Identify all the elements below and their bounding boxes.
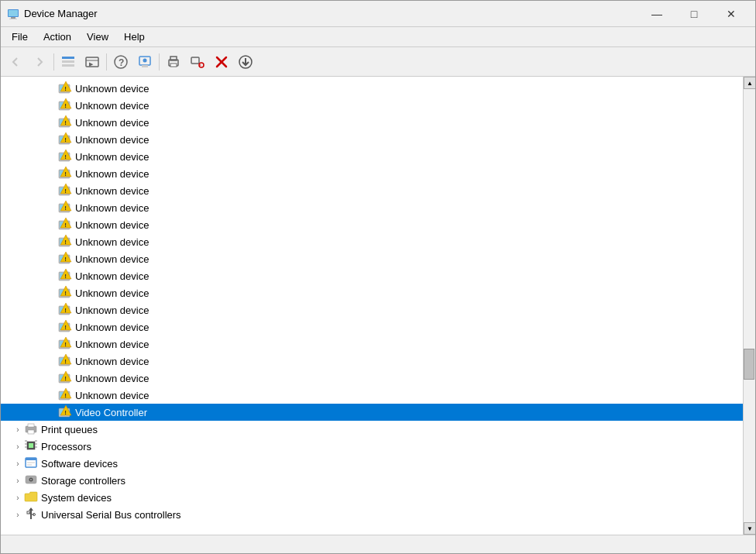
back-icon: [8, 54, 23, 70]
update-driver-button[interactable]: ▶: [81, 50, 104, 74]
tree-item[interactable]: !Unknown device: [1, 97, 743, 114]
forward-icon: [32, 54, 47, 70]
properties-button[interactable]: [57, 50, 80, 74]
warning-device-icon: !: [58, 319, 72, 333]
svg-text:?: ?: [119, 57, 124, 68]
unknown-device-label: Unknown device: [75, 83, 149, 95]
category-item-system-devices[interactable]: ›System devices: [1, 489, 743, 506]
tree-item[interactable]: !Unknown device: [1, 114, 743, 131]
back-button[interactable]: [4, 50, 27, 74]
tree-item[interactable]: !Unknown device: [1, 335, 743, 353]
tree-item[interactable]: !Unknown device: [1, 250, 743, 267]
scan-button[interactable]: [186, 50, 209, 74]
system-icon: [24, 490, 38, 504]
minimize-button[interactable]: —: [639, 5, 675, 23]
unknown-device-label: Unknown device: [75, 305, 149, 316]
unknown-device-label: Unknown device: [75, 390, 149, 401]
svg-rect-16: [170, 57, 177, 60]
tree-item[interactable]: !Unknown device: [1, 370, 743, 387]
tree-item[interactable]: !Unknown device: [1, 199, 743, 216]
unknown-device-label: Unknown device: [75, 236, 149, 248]
category-label: System devices: [41, 492, 112, 504]
category-item-processors[interactable]: ›Processors: [1, 438, 743, 455]
download-button[interactable]: [234, 50, 257, 74]
svg-text:!: !: [64, 374, 67, 381]
tree-item[interactable]: !Unknown device: [1, 165, 743, 182]
warning-device-icon: !: [58, 370, 72, 384]
svg-text:!: !: [64, 408, 67, 415]
svg-text:!: !: [64, 391, 67, 398]
tree-item[interactable]: !Unknown device: [1, 284, 743, 301]
tree-item[interactable]: !Unknown device: [1, 301, 743, 318]
download-icon: [238, 54, 253, 70]
unknown-device-label: Unknown device: [75, 253, 149, 265]
category-item-storage-controllers[interactable]: ›Storage controllers: [1, 472, 743, 489]
tree-item[interactable]: !Unknown device: [1, 267, 743, 284]
expand-arrow: ›: [12, 423, 24, 435]
category-label: Software devices: [41, 458, 118, 470]
svg-text:!: !: [64, 357, 67, 364]
warning-device-icon: !: [58, 234, 72, 248]
menu-action[interactable]: Action: [36, 29, 79, 44]
svg-text:!: !: [64, 187, 67, 194]
app-icon: [7, 8, 19, 20]
scan-icon: [190, 54, 205, 70]
category-label: Universal Serial Bus controllers: [41, 509, 181, 521]
category-item-print-queues[interactable]: ›Print queues: [1, 421, 743, 438]
category-label: Print queues: [41, 424, 98, 435]
svg-point-13: [143, 58, 147, 62]
content-area: !Unknown device!Unknown device!Unknown d…: [1, 77, 755, 535]
svg-text:!: !: [64, 136, 67, 143]
menu-help[interactable]: Help: [116, 29, 153, 44]
menu-bar: File Action View Help: [1, 27, 755, 47]
print-button[interactable]: [162, 50, 185, 74]
expand-arrow: ›: [12, 457, 24, 470]
help-button[interactable]: ?: [109, 50, 132, 74]
unknown-device-label: Unknown device: [75, 185, 149, 197]
category-item-usb-controllers[interactable]: ›Universal Serial Bus controllers: [1, 506, 743, 523]
category-label: Storage controllers: [41, 475, 125, 487]
unknown-device-label: Unknown device: [75, 219, 149, 231]
svg-text:!: !: [64, 170, 67, 177]
svg-marker-124: [29, 508, 33, 511]
close-button[interactable]: ✕: [713, 5, 749, 23]
tree-item[interactable]: !Unknown device: [1, 233, 743, 250]
warning-device-icon: !: [58, 302, 72, 316]
svg-text:!: !: [64, 340, 67, 347]
forward-button[interactable]: [28, 50, 51, 74]
tree-item[interactable]: !Unknown device: [1, 387, 743, 404]
tree-item[interactable]: !Unknown device: [1, 131, 743, 148]
warning-device-icon: !: [58, 387, 72, 401]
category-item-software-devices[interactable]: ›Software devices: [1, 455, 743, 472]
expand-arrow: ›: [12, 508, 24, 521]
svg-text:!: !: [64, 238, 67, 245]
menu-view[interactable]: View: [79, 29, 116, 44]
tree-item[interactable]: !Unknown device: [1, 353, 743, 370]
device-manager-window: Device Manager — □ ✕ File Action View He…: [0, 0, 756, 554]
warning-device-icon: !: [58, 132, 72, 146]
show-hidden-button[interactable]: [133, 50, 156, 74]
expand-arrow: ›: [12, 491, 24, 504]
warning-device-icon: !: [58, 183, 72, 197]
unknown-device-label: Unknown device: [75, 202, 149, 214]
tree-item[interactable]: !Unknown device: [1, 216, 743, 233]
unknown-device-label: Unknown device: [75, 373, 149, 384]
scrollbar-track[interactable]: ▲ ▼: [743, 77, 755, 535]
tree-item[interactable]: !Unknown device: [1, 182, 743, 199]
title-bar-controls: — □ ✕: [639, 5, 749, 23]
menu-file[interactable]: File: [4, 29, 36, 44]
unknown-device-label: Unknown device: [75, 356, 149, 367]
scrollbar-thumb[interactable]: [744, 349, 754, 380]
unknown-device-label: Unknown device: [75, 322, 149, 333]
uninstall-button[interactable]: [210, 50, 233, 74]
tree-item[interactable]: !Unknown device: [1, 148, 743, 165]
maximize-button[interactable]: □: [676, 5, 712, 23]
tree-item[interactable]: !Unknown device: [1, 80, 743, 97]
warning-device-icon: !: [58, 81, 72, 95]
tree-view[interactable]: !Unknown device!Unknown device!Unknown d…: [1, 77, 743, 535]
scrollbar-up-button[interactable]: ▲: [744, 77, 755, 89]
video-controller-item[interactable]: !Video Controller: [1, 404, 743, 421]
warning-device-icon: !: [58, 217, 72, 231]
tree-item[interactable]: !Unknown device: [1, 318, 743, 335]
scrollbar-down-button[interactable]: ▼: [744, 522, 755, 535]
